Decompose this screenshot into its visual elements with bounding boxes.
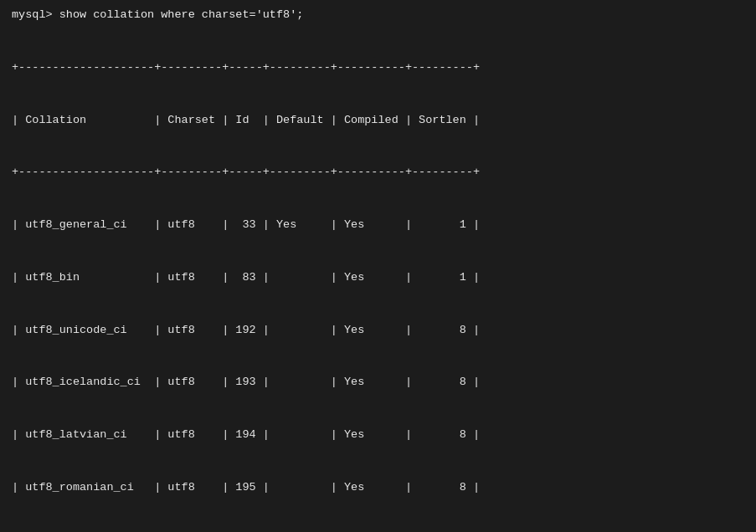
table-header: | Collation | Charset | Id | Default | C… bbox=[12, 112, 744, 130]
table-row: | utf8_bin | utf8 | 83 | | Yes | 1 | bbox=[12, 269, 744, 287]
table-row: | utf8_latvian_ci | utf8 | 194 | | Yes |… bbox=[12, 427, 744, 444]
table-row: | utf8_icelandic_ci | utf8 | 193 | | Yes… bbox=[12, 374, 744, 391]
table-output: +--------------------+---------+-----+--… bbox=[12, 24, 744, 532]
terminal-window: mysql> show collation where charset='utf… bbox=[12, 8, 744, 532]
separator-header: +--------------------+---------+-----+--… bbox=[12, 164, 744, 182]
table-row: | utf8_romanian_ci | utf8 | 195 | | Yes … bbox=[12, 479, 744, 497]
prompt-line: mysql> show collation where charset='utf… bbox=[12, 8, 744, 21]
table-row: | utf8_unicode_ci | utf8 | 192 | | Yes |… bbox=[12, 322, 744, 340]
table-row: | utf8_general_ci | utf8 | 33 | Yes | Ye… bbox=[12, 217, 744, 234]
separator-top: +--------------------+---------+-----+--… bbox=[12, 59, 744, 77]
